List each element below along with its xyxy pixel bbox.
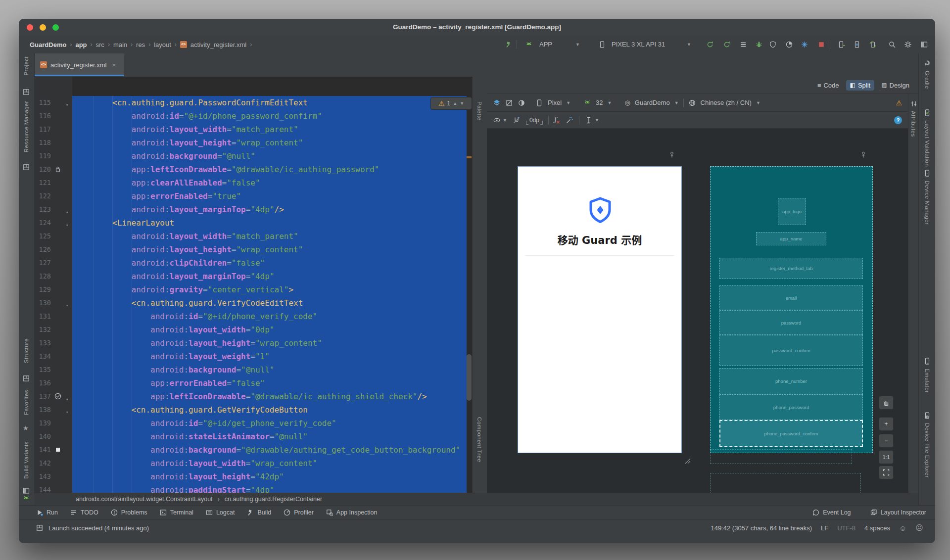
- profiler-icon[interactable]: [784, 40, 795, 49]
- settings-icon[interactable]: [902, 40, 913, 49]
- locale-selector[interactable]: Chinese (zh / CN): [701, 99, 752, 106]
- line-number[interactable]: 127: [34, 256, 51, 270]
- breadcrumb-item[interactable]: res: [136, 41, 145, 48]
- breadcrumb-item[interactable]: layout: [154, 41, 171, 48]
- device-manager-tab-icon[interactable]: [923, 169, 931, 177]
- code-line[interactable]: 127android:clipChildren="false": [34, 256, 472, 270]
- indent-setting[interactable]: 4 spaces: [864, 524, 890, 532]
- line-number[interactable]: 120: [34, 163, 51, 176]
- code-line[interactable]: 135android:background="@null": [34, 363, 472, 376]
- line-number[interactable]: 132: [34, 323, 51, 336]
- chevron-down-icon[interactable]: ▼: [756, 100, 760, 105]
- tool-window-app-inspection[interactable]: App Inspection: [326, 509, 378, 516]
- line-number[interactable]: 131: [34, 310, 51, 323]
- attributes-icon[interactable]: [910, 100, 918, 108]
- device-manager-icon[interactable]: [836, 40, 847, 49]
- line-number[interactable]: 134: [34, 350, 51, 363]
- tool-window-run[interactable]: Run: [36, 509, 58, 516]
- code-line[interactable]: 125android:layout_width="match_parent": [34, 230, 472, 243]
- code-line[interactable]: 118android:layout_height="wrap_content": [34, 136, 472, 149]
- fold-marker-icon[interactable]: ▴: [66, 205, 73, 213]
- debug-icon[interactable]: [754, 40, 764, 49]
- code-line[interactable]: 120app:leftIconDrawable="@drawable/ic_au…: [34, 163, 472, 176]
- line-number[interactable]: 115: [34, 96, 51, 109]
- zoom-reset-button[interactable]: 1:1: [879, 450, 894, 464]
- zoom-out-button[interactable]: −: [879, 434, 894, 448]
- code-line[interactable]: 129android:gravity="center_vertical">: [34, 283, 472, 296]
- code-line[interactable]: 128android:layout_marginTop="4dp": [34, 270, 472, 283]
- blueprint-box-phone_number[interactable]: phone_number: [719, 368, 863, 394]
- tool-window-event-log[interactable]: Event Log: [812, 509, 851, 516]
- window-layout-icon[interactable]: [919, 40, 930, 49]
- blueprint-box-password_confirm[interactable]: password_confirm: [719, 335, 863, 366]
- code-line[interactable]: 131android:id="@+id/phone_verify_code": [34, 310, 472, 323]
- prev-warning-icon[interactable]: ▲: [453, 101, 457, 106]
- tab-emulator[interactable]: Emulator: [924, 369, 930, 393]
- stop-icon[interactable]: [816, 40, 827, 49]
- design-warning-icon[interactable]: ⚠: [896, 99, 902, 107]
- line-number[interactable]: 116: [34, 109, 51, 123]
- eye-icon[interactable]: [493, 116, 501, 124]
- line-number[interactable]: 142: [34, 457, 51, 470]
- line-number[interactable]: 136: [34, 376, 51, 390]
- chevron-down-icon[interactable]: ▼: [608, 100, 612, 105]
- chevron-down-icon[interactable]: ▼: [575, 42, 580, 47]
- line-number[interactable]: 121: [34, 176, 51, 189]
- inspection-widget[interactable]: ⚠ 1 ▲ ▼: [430, 97, 472, 110]
- close-icon[interactable]: ×: [112, 61, 116, 69]
- wrench-icon[interactable]: [503, 40, 514, 49]
- line-number[interactable]: 126: [34, 243, 51, 256]
- frown-icon[interactable]: ☹: [915, 523, 923, 532]
- next-warning-icon[interactable]: ▼: [460, 101, 464, 106]
- device-file-explorer-icon[interactable]: [923, 412, 931, 420]
- code-line[interactable]: 117android:layout_width="match_parent": [34, 123, 472, 136]
- code-line[interactable]: 124▾<LinearLayout: [34, 216, 472, 230]
- fold-marker-icon[interactable]: ▾: [66, 406, 73, 414]
- sidebar-item-resource-manager[interactable]: Resource Manager: [23, 101, 29, 152]
- theme-icon[interactable]: [518, 99, 525, 107]
- attach-debugger-icon[interactable]: [767, 40, 778, 49]
- tab-device-file-explorer[interactable]: Device File Explorer: [924, 423, 930, 478]
- line-number[interactable]: 119: [34, 149, 51, 163]
- tool-window-logcat[interactable]: Logcat: [205, 509, 235, 516]
- smiley-icon[interactable]: ☺: [899, 524, 906, 532]
- chevron-down-icon[interactable]: ▼: [687, 42, 691, 47]
- theme-selector[interactable]: GuardDemo: [635, 99, 670, 106]
- line-number[interactable]: 143: [34, 470, 51, 483]
- line-number[interactable]: 125: [34, 230, 51, 243]
- code-line[interactable]: 134android:layout_weight="1": [34, 350, 472, 363]
- default-margin-control[interactable]: 0dp: [526, 117, 543, 124]
- sidebar-item-project[interactable]: Project: [23, 56, 29, 76]
- line-number[interactable]: 141: [34, 443, 51, 457]
- magnet-icon[interactable]: [513, 116, 521, 124]
- caret-position[interactable]: 149:42 (3057 chars, 64 line breaks): [711, 524, 812, 532]
- resource-manager-icon[interactable]: [22, 163, 30, 171]
- code-line[interactable]: 121app:clearAllEnabled="false": [34, 176, 472, 189]
- tool-window-build[interactable]: Build: [246, 509, 271, 516]
- code-line[interactable]: 136app:errorEnabled="false": [34, 376, 472, 390]
- blueprint-box-app_logo[interactable]: app_logo: [778, 198, 806, 225]
- fit-screen-button[interactable]: [879, 466, 894, 479]
- titlebar[interactable]: GuardDemo – activity_register.xml [Guard…: [19, 19, 935, 36]
- blueprint-box-phone_password[interactable]: phone_password: [719, 394, 863, 420]
- line-number[interactable]: 122: [34, 189, 51, 203]
- line-number[interactable]: 144: [34, 483, 51, 493]
- tool-window-profiler[interactable]: Profiler: [283, 509, 314, 516]
- code-editor[interactable]: 115▾<cn.authing.guard.PasswordConfirmEdi…: [34, 77, 472, 493]
- blueprint-box-email[interactable]: email: [719, 285, 863, 310]
- sidebar-item-structure[interactable]: Structure: [23, 338, 29, 363]
- blueprint-box-register_method_tab[interactable]: register_method_tab: [719, 258, 863, 279]
- fold-marker-icon[interactable]: ▾: [66, 219, 73, 227]
- resize-handle-icon[interactable]: [684, 457, 692, 465]
- tab-gradle[interactable]: Gradle: [924, 71, 930, 89]
- sidebar-item-build-variants[interactable]: Build Variants: [23, 441, 29, 479]
- tool-window-problems[interactable]: Problems: [110, 509, 147, 516]
- tab-split[interactable]: ◧Split: [846, 80, 875, 91]
- help-icon[interactable]: ?: [894, 116, 902, 124]
- line-number[interactable]: 137: [34, 390, 51, 403]
- line-number[interactable]: 117: [34, 123, 51, 136]
- line-number[interactable]: 123: [34, 203, 51, 216]
- code-line[interactable]: 139android:id="@+id/get_phone_verify_cod…: [34, 417, 472, 430]
- chevron-down-icon[interactable]: ▼: [566, 100, 570, 105]
- emulator-icon[interactable]: [923, 357, 931, 365]
